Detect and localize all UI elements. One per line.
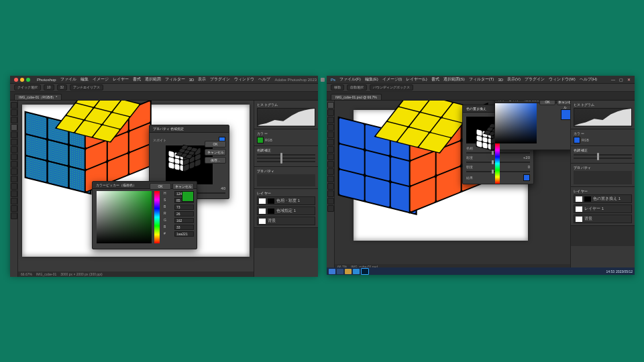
ok-button[interactable]: OK	[205, 141, 226, 147]
tool-hand[interactable]	[327, 198, 334, 204]
doc-tab-active[interactable]: IMG_cube-01（RGB/8）*	[14, 94, 62, 100]
slider-1[interactable]	[574, 154, 632, 156]
tool-lasso[interactable]	[327, 117, 334, 123]
menu-edit[interactable]: 編集	[80, 76, 89, 82]
tool-brush[interactable]	[11, 154, 17, 160]
picker-ok-button[interactable]: OK	[150, 183, 171, 190]
tool-gradient[interactable]	[327, 168, 334, 175]
opt-aa[interactable]: アンチエイリアス	[70, 84, 103, 90]
canvas-area[interactable]: 色の置き換え 許容量80 色相-140 彩度+20	[335, 101, 570, 269]
close-button[interactable]: ✕	[627, 77, 631, 82]
field-b2[interactable]	[174, 225, 194, 230]
field-r[interactable]	[174, 211, 194, 217]
slider-3[interactable]	[257, 161, 315, 162]
tool-quick-select[interactable]	[11, 124, 17, 131]
color-picker-dialog[interactable]: カラーピッカー（描画色） H S B R G B # OK キャンセル	[92, 181, 197, 249]
tool-stamp[interactable]	[11, 161, 17, 168]
menu-select[interactable]: 選択範囲(S)	[443, 76, 465, 82]
slider-2[interactable]	[257, 158, 315, 159]
task-explorer[interactable]	[345, 269, 352, 274]
menu-select[interactable]: 選択範囲	[145, 76, 161, 82]
tool-quick-select[interactable]	[327, 124, 334, 131]
saturation-field[interactable]	[97, 191, 152, 243]
hue-strip[interactable]	[154, 191, 160, 243]
adjust-panel[interactable]: 色調補正	[254, 146, 318, 167]
tool-eyedrop[interactable]	[327, 139, 334, 145]
maximize-button[interactable]: ▢	[619, 77, 623, 82]
field-hex[interactable]	[174, 231, 194, 237]
picker-cancel-button[interactable]: キャンセル	[557, 101, 570, 105]
menu-view[interactable]: 表示(V)	[507, 76, 521, 82]
menu-3d[interactable]: 3D	[189, 78, 195, 82]
tool-crop[interactable]	[327, 131, 334, 138]
tool-zoom[interactable]	[327, 205, 334, 212]
tool-heal[interactable]	[11, 146, 17, 153]
tool-eraser[interactable]	[327, 161, 334, 168]
light-value[interactable]: 0	[528, 165, 530, 169]
menu-window[interactable]: ウィンドウ(W)	[549, 76, 576, 82]
tool-zoom[interactable]	[11, 213, 17, 219]
menu-window[interactable]: ウィンドウ	[234, 76, 254, 82]
menu-layer[interactable]: レイヤー	[113, 76, 129, 82]
tool-crop[interactable]	[11, 131, 17, 138]
opt-auto[interactable]: 自動選択	[347, 84, 367, 90]
tool-text[interactable]	[327, 176, 334, 182]
properties-panel[interactable]: プロパティ	[254, 167, 318, 189]
tool-shape[interactable]	[327, 190, 334, 197]
tool-move[interactable]	[327, 102, 334, 109]
slider-2[interactable]	[574, 158, 632, 159]
field-b[interactable]	[174, 204, 194, 210]
layer-row[interactable]: 色域指定 1	[257, 206, 315, 215]
menu-image[interactable]: イメージ(I)	[382, 76, 402, 82]
tool-move[interactable]	[11, 102, 17, 109]
doc-tab-active[interactable]: IMG_cube-01.psd @ 66.7%	[331, 94, 382, 100]
field-g[interactable]	[174, 218, 194, 223]
menu-file[interactable]: ファイル	[60, 76, 76, 82]
menu-layer[interactable]: レイヤー(L)	[406, 76, 427, 82]
canvas-area[interactable]: プロパティ 色域指定 スポイト 許容量40 OK キャンセル	[18, 101, 254, 277]
fg-swatch[interactable]	[257, 137, 264, 143]
task-edge[interactable]	[353, 269, 360, 274]
layers-panel[interactable]: レイヤー 色相・彩度 1 色域指定 1 背景	[254, 189, 318, 228]
picker-ok-button[interactable]: OK	[539, 101, 555, 105]
fg-swatch[interactable]	[574, 137, 580, 143]
opt-size[interactable]: 10	[44, 84, 54, 90]
hue-strip[interactable]	[495, 143, 500, 184]
layer-row[interactable]: 色相・彩度 1	[257, 196, 315, 205]
tool-text[interactable]	[11, 183, 17, 190]
zoom-readout[interactable]: 66.67%	[21, 272, 32, 276]
tool-eraser[interactable]	[11, 168, 17, 175]
tool-pen[interactable]	[11, 190, 17, 197]
menu-type[interactable]: 書式	[133, 76, 141, 82]
opt-transform[interactable]: バウンディングボックス	[370, 84, 413, 90]
start-button[interactable]	[329, 269, 335, 274]
tool-marquee[interactable]	[327, 109, 334, 116]
adjust-panel[interactable]: 色調補正	[571, 146, 635, 164]
color-picker-dialog[interactable]: カラーピッカー（置き換え後） OK キャンセル	[494, 101, 570, 150]
tray-time[interactable]: 14:53	[606, 269, 614, 274]
tool-brush[interactable]	[327, 146, 334, 153]
picker-cancel-button[interactable]: キャンセル	[172, 183, 194, 190]
menu-filter[interactable]: フィルター(T)	[469, 76, 494, 82]
saturation-field[interactable]	[495, 103, 537, 143]
tool-hand[interactable]	[11, 205, 17, 212]
tool-pen[interactable]	[327, 183, 334, 190]
result-swatch[interactable]	[523, 174, 530, 181]
task-search[interactable]	[337, 269, 343, 274]
menu-plugins[interactable]: プラグイン	[210, 76, 230, 82]
menu-image[interactable]: イメージ	[93, 76, 109, 82]
sat-value[interactable]: +20	[523, 156, 530, 160]
tool-stamp[interactable]	[327, 154, 334, 160]
layers-panel[interactable]: レイヤー 色の置き換え 1 レイヤー 1 背景	[571, 187, 635, 226]
fuzziness-value[interactable]: 40	[221, 186, 225, 190]
menu-3d[interactable]: 3D	[498, 78, 503, 82]
windows-taskbar[interactable]: 14:53 2023/05/12	[327, 267, 635, 275]
tool-eyedrop[interactable]	[11, 139, 17, 145]
layer-row[interactable]: レイヤー 1	[574, 204, 632, 213]
layer-row[interactable]: 背景	[574, 215, 632, 223]
properties-panel[interactable]: プロパティ	[571, 164, 635, 187]
tool-marquee[interactable]	[11, 109, 17, 116]
layer-row[interactable]: 色の置き換え 1	[574, 194, 632, 203]
opt-tolerance[interactable]: 32	[57, 84, 68, 90]
menu-help[interactable]: ヘルプ(H)	[580, 76, 597, 82]
